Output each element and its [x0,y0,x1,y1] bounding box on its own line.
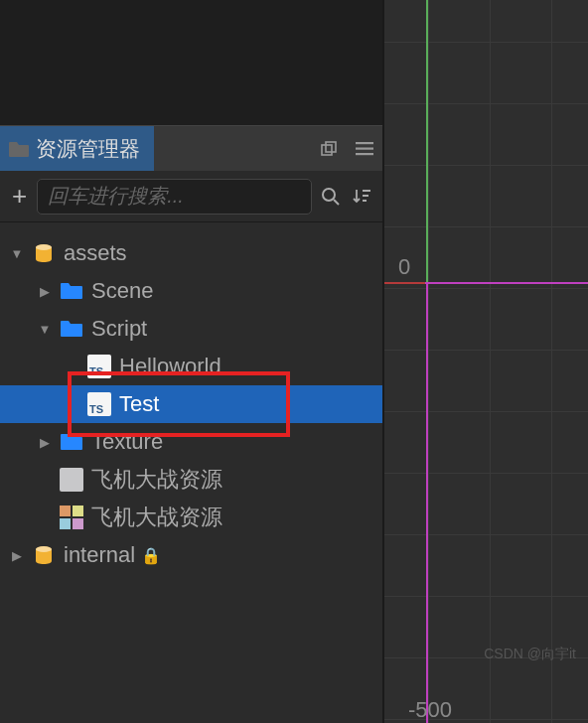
node-label: Test [119,391,159,417]
database-icon [30,241,58,265]
folder-icon [58,430,85,454]
chevron-down-icon: ▼ [36,320,54,338]
watermark: CSDN @向宇it [484,646,576,663]
tree-node-assets[interactable]: ▼ assets [0,234,382,272]
svg-point-10 [36,546,52,552]
chevron-right-icon: ▶ [36,282,54,300]
assets-panel: 资源管理器 + ▼ assets ▶ [0,0,382,723]
svg-point-8 [36,244,52,250]
asset-tree: ▼ assets ▶ Scene ▼ Script ▶ TS Hel [0,222,382,574]
tree-node-plane2[interactable]: ▶ 飞机大战资源 [0,499,382,536]
node-label: assets [64,240,127,266]
svg-rect-4 [356,153,373,155]
chevron-down-icon: ▼ [8,244,26,262]
node-label: internal [64,542,135,568]
node-label: Script [91,316,147,342]
svg-rect-2 [356,142,373,144]
tree-node-texture[interactable]: ▶ Texture [0,423,382,461]
ts-file-icon: TS [85,355,113,378]
popout-button[interactable] [311,126,347,171]
axis-label-zero: 0 [398,254,410,280]
node-label: 飞机大战资源 [91,503,222,532]
folder-icon [58,279,85,303]
tree-node-script[interactable]: ▼ Script [0,310,382,348]
folder-tab-icon [8,140,30,158]
lock-icon: 🔒 [141,546,161,565]
tree-node-plane1[interactable]: ▶ 飞机大战资源 [0,461,382,499]
menu-button[interactable] [347,126,382,171]
toolbar: + [0,171,382,222]
search-icon[interactable] [320,179,342,215]
search-input[interactable] [37,179,312,215]
scene-viewport[interactable]: 0 -500 [382,0,588,723]
add-button[interactable]: + [10,181,29,212]
chevron-right-icon: ▶ [36,433,54,451]
node-label: Helloworld [119,354,221,379]
svg-line-6 [334,200,339,205]
tree-node-test[interactable]: ▶ TS Test [0,385,382,423]
atlas-icon [58,506,85,529]
image-icon [58,468,85,492]
panel-top-blank [0,0,382,126]
node-label: Scene [91,278,153,304]
axis-y-positive [426,0,428,282]
grid-background [384,0,588,723]
folder-icon [58,317,85,341]
svg-rect-3 [356,147,373,149]
ts-file-icon: TS [85,392,113,416]
svg-point-5 [323,189,335,201]
node-label: 飞机大战资源 [91,465,222,495]
tree-node-scene[interactable]: ▶ Scene [0,272,382,310]
tree-node-internal[interactable]: ▶ internal 🔒 [0,536,382,574]
svg-rect-1 [326,142,336,152]
sort-icon[interactable] [351,179,372,215]
tab-title: 资源管理器 [36,135,140,163]
database-icon [30,543,58,567]
tab-bar: 资源管理器 [0,126,382,171]
tab-assets-manager[interactable]: 资源管理器 [0,126,154,171]
tree-node-helloworld[interactable]: ▶ TS Helloworld [0,348,382,385]
node-label: Texture [91,429,163,455]
axis-x [384,282,588,284]
axis-label-neg500: -500 [408,697,452,723]
axis-y-negative [426,282,428,723]
svg-rect-0 [322,145,332,155]
chevron-right-icon: ▶ [8,546,26,564]
